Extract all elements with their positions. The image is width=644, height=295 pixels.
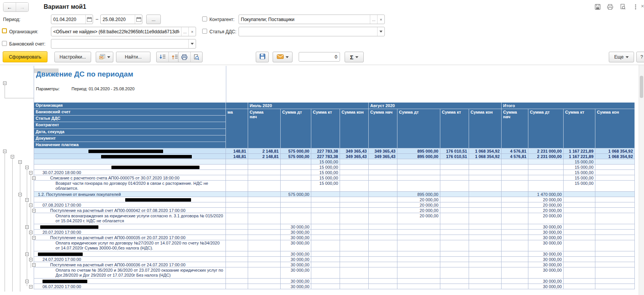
report-cell-value[interactable] <box>248 181 281 192</box>
period-more-button[interactable]: ... <box>146 15 161 24</box>
save-result-button[interactable] <box>256 52 269 62</box>
organization-clear-button[interactable]: × <box>188 27 196 36</box>
report-cell-description[interactable]: 20.07.2020 17:00:00 <box>34 230 226 235</box>
report-cell-value[interactable] <box>469 279 502 284</box>
group-collapse-toggle[interactable]: − <box>32 236 36 240</box>
group-collapse-toggle[interactable]: − <box>25 198 29 202</box>
report-cell-value[interactable] <box>248 197 281 202</box>
group-collapse-toggle[interactable]: − <box>11 155 14 158</box>
report-cell-value[interactable]: 30 000,00 <box>528 262 564 267</box>
find-button[interactable]: Найти... <box>116 52 150 62</box>
report-cell-value[interactable]: 15 000,00 <box>564 170 595 175</box>
month-group-header[interactable]: Август 2020 <box>369 103 502 109</box>
report-cell-value[interactable]: 30 000,00 <box>281 279 311 284</box>
report-cell-value[interactable] <box>248 230 281 235</box>
report-cell-description[interactable] <box>34 148 226 154</box>
group-collapse-toggle[interactable]: − <box>32 209 36 212</box>
report-cell-description[interactable]: Оплата вознаграждения за юридические усл… <box>34 213 226 224</box>
report-cell-value[interactable] <box>226 279 248 284</box>
send-email-button[interactable] <box>273 52 293 62</box>
report-cell-value[interactable]: 4 576,81 <box>502 154 528 159</box>
report-cell-value[interactable] <box>248 208 281 213</box>
group-collapse-toggle[interactable]: − <box>25 253 29 256</box>
report-cell-value[interactable] <box>369 262 397 267</box>
report-cell-value[interactable] <box>311 202 340 208</box>
report-cell-value[interactable] <box>502 197 528 202</box>
bank-account-input[interactable] <box>51 39 188 48</box>
report-cell-value[interactable]: 20 000,00 <box>397 208 440 213</box>
clipped-sum-header[interactable]: ма <box>226 109 248 148</box>
report-cell-value[interactable]: 227 783,38 <box>311 154 340 159</box>
report-cell-value[interactable]: 20 000,00 <box>528 202 564 208</box>
report-cell-value[interactable] <box>440 181 469 192</box>
report-cell-value[interactable] <box>595 251 635 257</box>
row-dimension-header[interactable]: Контрагент <box>34 122 226 129</box>
report-cell-value[interactable] <box>248 213 281 224</box>
report-cell-value[interactable] <box>311 262 340 267</box>
counter-input[interactable] <box>299 52 340 61</box>
report-cell-value[interactable] <box>248 175 281 181</box>
report-cell-value[interactable] <box>469 284 502 289</box>
report-cell-value[interactable] <box>226 251 248 257</box>
report-cell-value[interactable] <box>440 262 469 267</box>
report-cell-description[interactable] <box>34 197 226 202</box>
report-cell-value[interactable] <box>564 224 595 230</box>
report-cell-value[interactable] <box>469 213 502 224</box>
report-variant-button[interactable] <box>96 52 113 62</box>
report-cell-value[interactable] <box>502 251 528 257</box>
report-cell-value[interactable]: 30 000,00 <box>281 235 311 240</box>
report-cell-value[interactable] <box>226 257 248 262</box>
row-dimension-header[interactable]: Организация <box>34 103 226 109</box>
report-cell-value[interactable] <box>440 208 469 213</box>
calendar-icon[interactable] <box>135 15 142 24</box>
report-cell-description[interactable]: 1.2. Поступления от внешних покупателей <box>34 192 226 197</box>
report-cell-value[interactable] <box>397 267 440 279</box>
report-cell-value[interactable]: 30 000,00 <box>528 235 564 240</box>
report-cell-value[interactable] <box>281 213 311 224</box>
report-cell-value[interactable] <box>502 267 528 279</box>
report-cell-value[interactable] <box>226 202 248 208</box>
report-cell-value[interactable] <box>281 208 311 213</box>
report-cell-value[interactable] <box>226 170 248 175</box>
report-cell-value[interactable]: 349 365,43 <box>369 154 397 159</box>
period-from-input[interactable] <box>51 15 85 24</box>
calendar-icon[interactable] <box>85 15 93 24</box>
report-cell-value[interactable] <box>397 262 440 267</box>
report-cell-value[interactable]: 30 000,00 <box>281 284 311 289</box>
report-cell-value[interactable] <box>311 213 340 224</box>
report-cell-value[interactable] <box>564 192 595 197</box>
report-cell-value[interactable] <box>226 192 248 197</box>
report-cell-value[interactable] <box>595 175 635 181</box>
report-cell-value[interactable] <box>502 208 528 213</box>
sum-column-header[interactable]: Сумма кон <box>595 109 635 148</box>
report-cell-value[interactable] <box>369 230 397 235</box>
report-cell-value[interactable] <box>469 230 502 235</box>
report-cell-value[interactable]: 2 148,81 <box>248 148 281 154</box>
report-cell-value[interactable] <box>369 240 397 251</box>
sort-descending-icon[interactable] <box>157 52 168 62</box>
report-cell-value[interactable] <box>311 251 340 257</box>
sum-column-header[interactable]: Сумма нач <box>248 109 281 148</box>
report-cell-value[interactable] <box>397 257 440 262</box>
report-cell-value[interactable] <box>340 202 369 208</box>
report-cell-value[interactable]: 30 000,00 <box>281 267 311 279</box>
report-cell-value[interactable] <box>502 175 528 181</box>
clipped-month-header[interactable] <box>226 103 248 109</box>
report-cell-value[interactable] <box>369 202 397 208</box>
report-cell-value[interactable] <box>397 230 440 235</box>
report-cell-value[interactable] <box>440 230 469 235</box>
report-cell-value[interactable] <box>397 279 440 284</box>
report-cell-value[interactable]: 2 231 000,00 <box>528 148 564 154</box>
report-cell-value[interactable] <box>340 181 369 192</box>
sum-column-header[interactable]: Сумма дт <box>397 109 440 148</box>
report-cell-value[interactable] <box>528 165 564 170</box>
report-cell-value[interactable] <box>502 284 528 289</box>
report-cell-value[interactable] <box>469 175 502 181</box>
report-cell-value[interactable] <box>281 197 311 202</box>
dds-article-checkbox[interactable] <box>202 29 207 34</box>
print-preview-icon[interactable] <box>190 52 202 62</box>
report-cell-value[interactable] <box>440 192 469 197</box>
report-cell-value[interactable] <box>440 279 469 284</box>
more-vertical-icon[interactable] <box>632 3 639 10</box>
report-cell-value[interactable] <box>340 224 369 230</box>
